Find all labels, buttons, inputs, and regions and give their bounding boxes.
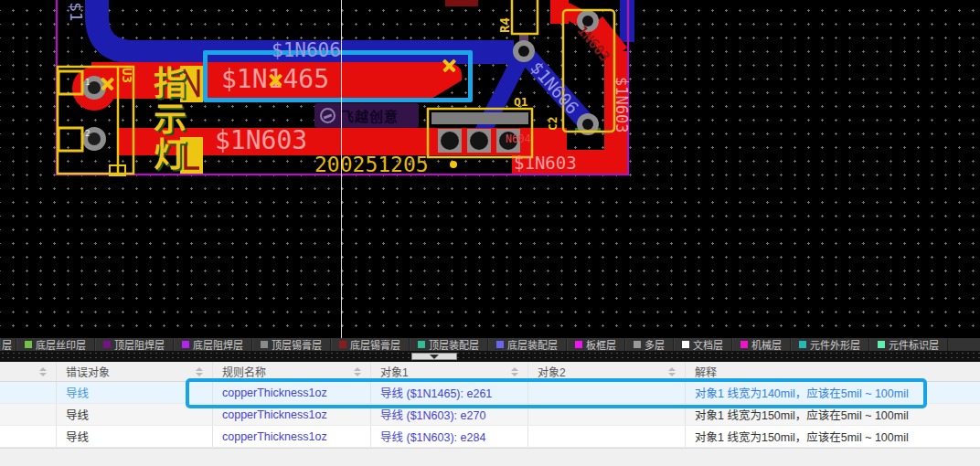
- layer-color-swatch: [418, 341, 425, 348]
- watermark: 飞越创意: [314, 103, 419, 128]
- column-label: 错误对象: [66, 364, 110, 379]
- table-header-row: 错误对象 规则名称 对象1 对象2 解释: [0, 362, 980, 382]
- layer-color-swatch: [261, 341, 268, 348]
- layer-tab-label: 顶层阻焊层: [114, 338, 165, 351]
- table-header-object1[interactable]: 对象1: [371, 362, 528, 381]
- layer-tab-board-frame[interactable]: 板框层: [567, 338, 625, 351]
- layer-tab-document[interactable]: 文档层: [674, 338, 732, 351]
- layer-tab-multilayer[interactable]: 多层: [625, 338, 674, 351]
- table-header-object2[interactable]: 对象2: [528, 362, 686, 381]
- layer-color-swatch: [25, 341, 32, 348]
- layer-tab-label: 底层丝印层: [36, 338, 86, 351]
- cell-rule-name[interactable]: copperThickness1oz: [213, 426, 371, 447]
- layer-tab-label: 元件外形层: [810, 338, 860, 351]
- sort-icon[interactable]: [39, 367, 47, 376]
- layer-tab-label: 层: [2, 338, 12, 351]
- layer-color-swatch: [496, 341, 504, 348]
- component-designator[interactable]: Q1: [514, 96, 528, 108]
- layer-tab-label: 文档层: [693, 338, 723, 351]
- chevron-down-icon: [430, 355, 439, 359]
- pcb-canvas[interactable]: $1 $1N606 $1N1465 $1N603 200251205 $1N60…: [0, 0, 980, 338]
- row-gutter: [0, 404, 57, 425]
- cell-rule-name[interactable]: copperThickness1oz: [213, 404, 371, 425]
- drc-error-marker-icon: [442, 58, 457, 73]
- table-header-gutter[interactable]: [0, 362, 57, 381]
- panel-splitter[interactable]: [0, 351, 980, 362]
- cell-object2: [528, 382, 686, 403]
- silkscreen-text[interactable]: 指示灯: [143, 66, 190, 173]
- layer-tab-top-paste[interactable]: 顶层锡膏层: [252, 338, 331, 351]
- component-designator[interactable]: C2: [547, 116, 559, 131]
- cell-rule-name[interactable]: copperThickness1oz: [213, 382, 371, 403]
- table-header-explanation[interactable]: 解释: [686, 362, 980, 381]
- layer-tab-bottom-assembly[interactable]: 底层装配层: [488, 338, 567, 351]
- layer-color-swatch: [182, 341, 189, 348]
- layer-tab-bottom-paste[interactable]: 底层锡膏层: [331, 338, 410, 351]
- board-number-label[interactable]: 200251205: [314, 154, 429, 175]
- layer-tab-mechanical[interactable]: 机械层: [732, 338, 791, 351]
- watermark-text: 飞越创意: [340, 106, 399, 125]
- layer-tab-label: 机械层: [751, 338, 782, 351]
- table-row-selected[interactable]: 导线 copperThickness1oz 导线 ($1N1465): e261…: [0, 382, 980, 404]
- layer-tab-top-soldermask[interactable]: 顶层阻焊层: [95, 338, 174, 351]
- layer-tab-label: 顶层装配层: [429, 338, 479, 351]
- pad-number: 2: [85, 130, 90, 138]
- layer-color-swatch: [799, 341, 806, 348]
- layer-tab-bar: 层 底层丝印层 顶层阻焊层 底层阻焊层 顶层锡膏层 底层锡膏层 顶层装配层 底层…: [0, 338, 980, 351]
- layer-tab-label: 底层锡膏层: [350, 338, 400, 351]
- component-designator[interactable]: U3: [121, 68, 133, 83]
- layer-tab-label: 顶层锡膏层: [272, 338, 322, 351]
- watermark-logo-icon: [320, 108, 336, 123]
- layer-tab-label: 元件标识层: [889, 338, 939, 351]
- net-label[interactable]: $1N603: [215, 128, 307, 154]
- cell-object1[interactable]: 导线 ($1N603): e270: [371, 404, 528, 425]
- cell-object1[interactable]: 导线 ($1N603): e284: [371, 426, 528, 447]
- table-header-rule-name[interactable]: 规则名称: [213, 362, 371, 381]
- table-row[interactable]: 导线 copperThickness1oz 导线 ($1N603): e270 …: [0, 404, 980, 426]
- panel-collapse-handle[interactable]: [411, 353, 457, 360]
- cell-object1[interactable]: 导线 ($1N1465): e261: [371, 382, 528, 403]
- net-label[interactable]: $1N606: [272, 41, 341, 60]
- cell-object2: [528, 426, 686, 447]
- via-dot[interactable]: [450, 161, 457, 168]
- sort-icon[interactable]: [196, 367, 203, 376]
- layer-tab-bottom-soldermask[interactable]: 底层阻焊层: [174, 338, 252, 351]
- cell-error-object: 导线: [57, 426, 213, 447]
- layer-color-swatch: [103, 341, 111, 348]
- cell-object2: [528, 404, 686, 425]
- cell-error-object: 导线: [57, 382, 213, 403]
- layer-tab[interactable]: 层: [0, 338, 16, 351]
- drc-error-marker-icon: [100, 76, 115, 91]
- drc-error-panel: 错误对象 规则名称 对象1 对象2 解释 导线 copperThickness1…: [0, 362, 980, 466]
- net-label[interactable]: $1N603: [613, 77, 629, 132]
- row-gutter: [0, 426, 57, 447]
- layer-color-swatch: [634, 341, 641, 348]
- layer-color-swatch: [740, 341, 748, 348]
- cursor-crosshair: [341, 0, 342, 338]
- sort-icon[interactable]: [354, 367, 361, 376]
- cell-explanation: 对象1 线宽为150mil，应该在5mil ~ 100mil: [686, 426, 980, 447]
- layer-tab-component-shape[interactable]: 元件外形层: [791, 338, 869, 351]
- sort-icon[interactable]: [511, 367, 518, 376]
- table-header-error-object[interactable]: 错误对象: [57, 362, 213, 381]
- column-label: 对象2: [538, 364, 566, 379]
- layer-color-swatch: [575, 341, 582, 348]
- net-label[interactable]: N604: [506, 134, 531, 145]
- layer-tab-top-assembly[interactable]: 顶层装配层: [410, 338, 488, 351]
- layer-tab-label: 板框层: [586, 338, 616, 351]
- net-label[interactable]: $1: [68, 2, 84, 22]
- column-label: 规则名称: [222, 364, 266, 379]
- pad-number: 1: [85, 79, 90, 87]
- layer-color-swatch: [339, 341, 346, 348]
- cell-explanation: 对象1 线宽为140mil，应该在5mil ~ 100mil: [686, 382, 980, 403]
- layer-tab-label: 底层阻焊层: [193, 338, 243, 351]
- cell-explanation: 对象1 线宽为150mil，应该在5mil ~ 100mil: [686, 404, 980, 425]
- table-row[interactable]: 导线 copperThickness1oz 导线 ($1N603): e284 …: [0, 426, 980, 448]
- cell-error-object: 导线: [57, 404, 213, 425]
- component-designator[interactable]: R4: [498, 17, 511, 33]
- column-label: 解释: [695, 364, 717, 379]
- sort-icon[interactable]: [668, 367, 676, 376]
- net-label[interactable]: $1N603: [514, 154, 577, 172]
- layer-tab-component-marking[interactable]: 元件标识层: [869, 338, 948, 351]
- layer-tab-bottom-silk[interactable]: 底层丝印层: [16, 338, 95, 351]
